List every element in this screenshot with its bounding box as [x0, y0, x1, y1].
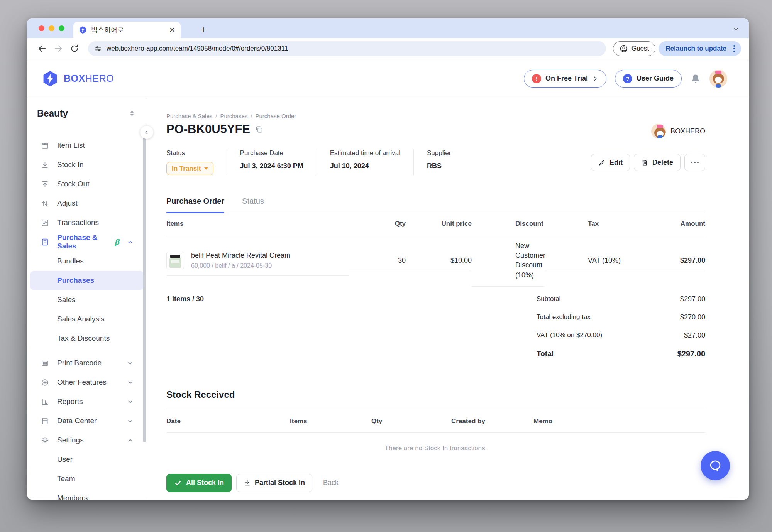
back-link[interactable]: Back: [323, 479, 339, 487]
new-tab-button[interactable]: +: [197, 23, 210, 36]
col-qty: Qty: [349, 213, 406, 235]
breadcrumb-purchase-order: Purchase Order: [255, 113, 296, 119]
person-icon: [620, 44, 628, 53]
sidebar-collapse-button[interactable]: [140, 126, 153, 139]
user-guide-button[interactable]: ? User Guide: [615, 70, 682, 88]
url-text[interactable]: web.boxhero-app.com/team/149058/mode/0#/…: [107, 45, 288, 52]
col-discount: Discount: [472, 213, 544, 235]
sidebar-item-other-features[interactable]: Other Features: [30, 373, 144, 392]
sidebar-scrollbar[interactable]: [143, 129, 146, 442]
col-date: Date: [166, 410, 290, 433]
trash-icon: [641, 159, 648, 166]
col-amount: Amount: [633, 213, 705, 235]
col-items: Items: [290, 410, 371, 433]
edit-button[interactable]: Edit: [591, 154, 630, 171]
stock-received-title: Stock Received: [166, 389, 705, 400]
sidebar-item-sales[interactable]: Sales: [30, 290, 144, 309]
transactions-icon: [40, 219, 49, 227]
back-icon[interactable]: [36, 42, 49, 55]
sidebar-item-transactions[interactable]: Transactions: [30, 213, 144, 232]
sidebar-item-print-barcode[interactable]: Print Barcode: [30, 353, 144, 373]
sidebar: Beauty Item List Stock In: [27, 98, 147, 500]
team-switcher-icon[interactable]: [129, 110, 135, 117]
row-discount: New Customer Discount (10%): [472, 235, 544, 287]
free-trial-button[interactable]: ! On Free Trial: [524, 70, 606, 88]
copy-icon[interactable]: [255, 125, 264, 134]
total-excl-tax-value: $270.00: [680, 313, 705, 321]
breadcrumb-purchase-sales[interactable]: Purchase & Sales: [166, 113, 212, 119]
sidebar-item-bundles[interactable]: Bundles: [30, 252, 144, 271]
ellipsis-icon: [691, 162, 699, 163]
check-icon: [174, 479, 182, 487]
site-settings-icon[interactable]: [94, 45, 102, 52]
chevron-up-icon: [127, 437, 134, 444]
sidebar-item-sales-analysis[interactable]: Sales Analysis: [30, 309, 144, 329]
col-qty: Qty: [371, 410, 451, 433]
sidebar-item-reports[interactable]: Reports: [30, 392, 144, 411]
owner-name: BOXHERO: [670, 127, 705, 135]
sidebar-item-settings[interactable]: Settings: [30, 431, 144, 450]
row-amount: $297.00: [633, 250, 705, 271]
window-close-button[interactable]: [39, 25, 44, 31]
tab-purchase-order[interactable]: Purchase Order: [166, 197, 224, 213]
status-dropdown[interactable]: In Transit: [166, 162, 213, 175]
bell-icon[interactable]: [690, 73, 701, 84]
sidebar-item-user[interactable]: User: [30, 450, 144, 469]
order-table: Items Qty Unit price Discount Tax Amount…: [166, 213, 705, 287]
partial-stock-in-button[interactable]: Partial Stock In: [236, 474, 312, 492]
item-name: belif Peat Miracle Revital Cream: [191, 252, 290, 260]
arrow-down-to-line-icon: [40, 161, 49, 169]
chat-bubble-icon: [708, 458, 723, 473]
total-label: Total: [537, 350, 554, 358]
more-actions-button[interactable]: [684, 154, 705, 171]
breadcrumb-purchases[interactable]: Purchases: [220, 113, 247, 119]
bar-chart-icon: [40, 398, 49, 406]
reload-icon[interactable]: [68, 42, 81, 55]
order-row-item[interactable]: belif Peat Miracle Revital Cream 60,000 …: [166, 245, 349, 276]
url-bar[interactable]: web.boxhero-app.com/team/149058/mode/0#/…: [88, 41, 606, 56]
guest-button[interactable]: Guest: [613, 41, 655, 56]
forward-icon[interactable]: [52, 42, 65, 55]
browser-tab[interactable]: 박스히어로 ✕: [73, 22, 181, 38]
status-label: Status: [166, 149, 213, 157]
browser-menu-kebab-icon[interactable]: [730, 45, 738, 52]
page-title: PO-BK0U5YFE: [166, 122, 264, 136]
favicon-boxhero: [79, 26, 87, 34]
col-tax: Tax: [544, 213, 633, 235]
window-minimize-button[interactable]: [49, 25, 54, 31]
chat-support-button[interactable]: [701, 451, 730, 480]
empty-state-message: There are no Stock In transactions.: [166, 433, 705, 456]
user-avatar[interactable]: [709, 70, 727, 88]
sidebar-item-members[interactable]: Members: [30, 488, 144, 500]
tab-close-icon[interactable]: ✕: [169, 26, 175, 34]
user-guide-label: User Guide: [637, 74, 674, 83]
tab-strip: 박스히어로 ✕ +: [27, 18, 749, 38]
boxhero-app: BOXHERO ! On Free Trial ? User Guide: [27, 59, 749, 500]
sidebar-item-tax-discounts[interactable]: Tax & Discounts: [30, 329, 144, 348]
database-icon: [40, 417, 49, 425]
all-stock-in-button[interactable]: All Stock In: [166, 474, 232, 492]
sidebar-item-team[interactable]: Team: [30, 469, 144, 488]
product-thumbnail: [166, 252, 184, 269]
boxhero-logo[interactable]: BOXHERO: [42, 70, 114, 87]
sidebar-item-stock-out[interactable]: Stock Out: [30, 174, 144, 194]
main-content: Purchase & Sales / Purchases / Purchase …: [147, 98, 749, 500]
window-maximize-button[interactable]: [59, 25, 64, 31]
sidebar-item-data-center[interactable]: Data Center: [30, 411, 144, 431]
team-name[interactable]: Beauty: [37, 108, 68, 119]
items-count: 1 items / 30: [166, 295, 204, 368]
sidebar-item-purchase-sales[interactable]: Purchase & Sales β: [30, 232, 144, 252]
sidebar-item-item-list[interactable]: Item List: [30, 136, 144, 155]
sidebar-item-purchases[interactable]: Purchases: [30, 271, 144, 290]
delete-button[interactable]: Delete: [634, 154, 681, 171]
tab-status[interactable]: Status: [242, 197, 264, 213]
relaunch-to-update-button[interactable]: Relaunch to update: [659, 41, 741, 56]
free-trial-label: On Free Trial: [545, 74, 588, 83]
guest-label: Guest: [631, 45, 649, 52]
sidebar-item-stock-in[interactable]: Stock In: [30, 155, 144, 174]
chevron-right-icon: [592, 76, 598, 82]
detail-tabs: Purchase Order Status: [166, 197, 705, 213]
beta-badge: β: [114, 238, 119, 246]
tab-strip-chevron-icon[interactable]: [730, 23, 742, 35]
sidebar-item-adjust[interactable]: Adjust: [30, 194, 144, 213]
